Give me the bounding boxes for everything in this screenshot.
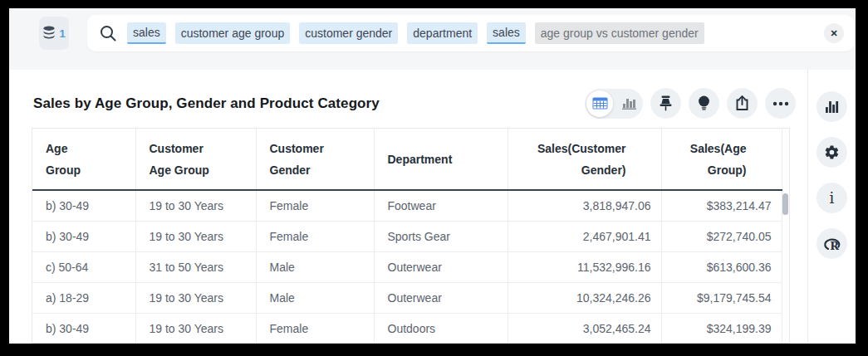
insights-bulb-icon	[698, 95, 710, 111]
data-source-count: 1	[59, 27, 65, 40]
share-button[interactable]	[727, 88, 758, 119]
table-row: b) 30-4919 to 30 YearsFemaleSports Gear2…	[32, 221, 782, 251]
table-cell[interactable]: 19 to 30 Years	[135, 313, 256, 344]
search-token-list: salescustomer age groupcustomer genderde…	[127, 22, 824, 44]
column-header[interactable]: Department	[374, 129, 508, 190]
table-scrollbar-thumb[interactable]	[782, 193, 788, 215]
database-icon	[42, 26, 56, 41]
settings-button[interactable]	[817, 137, 847, 168]
close-icon[interactable]: ✕	[824, 23, 844, 43]
chart-panel-button[interactable]	[817, 91, 847, 122]
table-row: c) 50-6431 to 50 YearsMaleOuterwear11,53…	[32, 251, 782, 282]
chart-view-icon[interactable]	[622, 89, 637, 119]
table-row: b) 30-4919 to 30 YearsFemaleOutdoors3,05…	[32, 313, 782, 344]
insights-button[interactable]	[689, 88, 719, 119]
table-view-icon[interactable]	[586, 90, 613, 117]
table-cell[interactable]: 3,052,465.24	[508, 313, 661, 344]
table-cell[interactable]: $324,199.39	[661, 313, 782, 344]
table-cell[interactable]: Female	[256, 190, 374, 221]
table-cell[interactable]: Footwear	[374, 190, 508, 221]
share-icon	[735, 95, 749, 111]
r-analysis-icon: R	[823, 236, 841, 251]
chart-panel-icon	[825, 100, 839, 114]
table-body: b) 30-4919 to 30 YearsFemaleFootwear3,81…	[32, 190, 782, 344]
pin-icon	[659, 95, 673, 111]
table-row: a) 18-2919 to 30 YearsMaleOuterwear10,32…	[32, 282, 782, 313]
search-token-3[interactable]: department	[407, 22, 478, 44]
search-token-4[interactable]: sales	[487, 22, 526, 44]
column-header[interactable]: Age Group	[32, 129, 135, 190]
table-cell[interactable]: Female	[256, 221, 374, 251]
table-cell[interactable]: $9,179,745.54	[661, 282, 782, 313]
search-icon	[99, 24, 117, 42]
info-button[interactable]: i	[817, 183, 847, 213]
table-cell[interactable]: 19 to 30 Years	[135, 282, 256, 313]
column-header[interactable]: Customer Gender	[256, 129, 374, 190]
table-cell[interactable]: c) 50-64	[32, 251, 135, 282]
table-cell[interactable]: Male	[256, 251, 374, 282]
table-cell[interactable]: Outerwear	[374, 282, 508, 313]
table-cell[interactable]: 19 to 30 Years	[135, 190, 256, 221]
table-cell[interactable]: Outerwear	[374, 251, 508, 282]
info-icon: i	[830, 189, 835, 207]
table-cell[interactable]: $613,600.36	[661, 251, 782, 282]
table-cell[interactable]: 31 to 50 Years	[135, 251, 256, 282]
table-cell[interactable]: $383,214.47	[661, 190, 782, 221]
table-header-row: Age GroupCustomer Age GroupCustomer Gend…	[32, 129, 782, 190]
table-cell[interactable]: 19 to 30 Years	[135, 221, 256, 251]
data-source-button[interactable]: 1	[39, 17, 69, 50]
search-bar[interactable]: salescustomer age groupcustomer genderde…	[87, 15, 854, 51]
search-token-2[interactable]: customer gender	[299, 22, 398, 44]
search-token-0[interactable]: sales	[127, 22, 166, 44]
column-header[interactable]: Sales(Customer Gender)	[508, 129, 661, 190]
table-cell[interactable]: b) 30-49	[32, 190, 135, 221]
answer-toolbar	[585, 88, 796, 119]
results-table: Age GroupCustomer Age GroupCustomer Gend…	[32, 129, 782, 344]
search-token-5[interactable]: age group vs customer gender	[535, 22, 704, 44]
table-cell[interactable]: b) 30-49	[32, 221, 135, 251]
table-cell[interactable]: $272,740.05	[661, 221, 782, 251]
search-topbar: 1 salescustomer age groupcustomer gender…	[9, 8, 856, 70]
pin-button[interactable]	[650, 88, 681, 119]
main-area: Sales by Age Group, Gender and Product C…	[9, 70, 856, 344]
column-header[interactable]: Customer Age Group	[135, 129, 256, 190]
table-cell[interactable]: 3,818,947.06	[508, 190, 661, 221]
table-cell[interactable]: 10,324,246.26	[508, 282, 661, 313]
settings-gear-icon	[824, 144, 840, 160]
results-table-container: Age GroupCustomer Age GroupCustomer Gend…	[32, 128, 790, 344]
table-cell[interactable]: 2,467,901.41	[508, 221, 661, 251]
right-icon-rail: i R	[807, 70, 856, 344]
column-header[interactable]: Sales(Age Group)	[661, 129, 782, 190]
table-cell[interactable]: b) 30-49	[32, 313, 135, 344]
page-title: Sales by Age Group, Gender and Product C…	[33, 95, 380, 112]
search-token-1[interactable]: customer age group	[175, 22, 291, 44]
answer-content: Sales by Age Group, Gender and Product C…	[9, 70, 807, 344]
svg-text:R: R	[830, 240, 839, 252]
view-toggle[interactable]	[585, 89, 643, 119]
table-cell[interactable]: Female	[256, 313, 374, 344]
app-window: 1 salescustomer age groupcustomer gender…	[9, 8, 856, 344]
table-cell[interactable]: Outdoors	[374, 313, 508, 344]
table-cell[interactable]: 11,532,996.16	[508, 251, 661, 282]
table-cell[interactable]: Male	[256, 282, 374, 313]
more-button[interactable]	[765, 88, 796, 119]
table-cell[interactable]: Sports Gear	[374, 221, 508, 251]
more-ellipsis-icon	[772, 101, 789, 106]
r-analysis-button[interactable]: R	[817, 228, 847, 259]
table-row: b) 30-4919 to 30 YearsFemaleFootwear3,81…	[32, 190, 782, 221]
table-cell[interactable]: a) 18-29	[32, 282, 135, 313]
